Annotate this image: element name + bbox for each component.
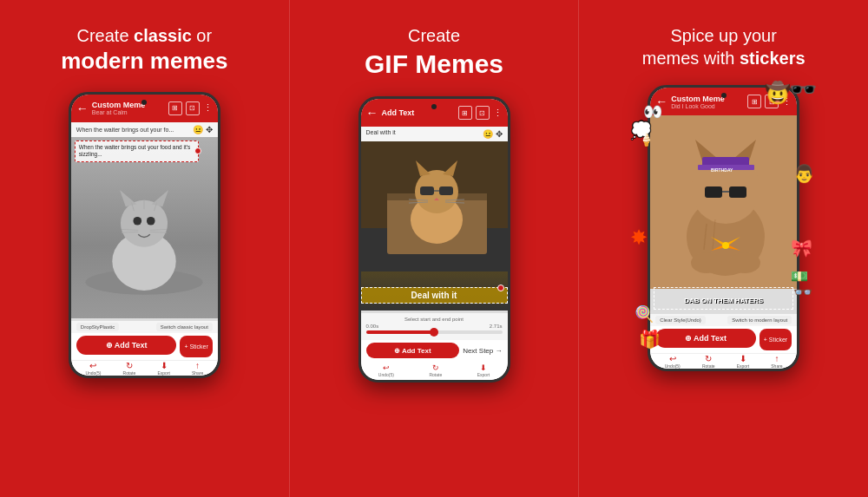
- gif-controls: Select start and end point 0.00s 2.71s: [361, 313, 508, 340]
- next-step-button[interactable]: Next Step →: [463, 347, 502, 355]
- phone-2-title-area: Add Text: [382, 108, 458, 117]
- export-nav-2[interactable]: ⬇Export: [477, 363, 490, 377]
- rotate-nav-2[interactable]: ↻Rotate: [429, 363, 442, 377]
- headline-2-create: Create: [408, 26, 460, 45]
- svg-point-6: [147, 217, 155, 226]
- headline-1: Create classic or modern memes: [61, 24, 227, 76]
- undo-nav-2[interactable]: ↩Undo(5): [378, 363, 394, 377]
- sticker-cat-svg: BIRTHDAY: [650, 115, 797, 289]
- top-text-bar: When the waiter brings out your fo... 😐 …: [71, 122, 218, 137]
- phone-1: ← Custom Meme Bear at Calm ⊞ ⊡ ⋮ W: [69, 92, 220, 378]
- face-icon-2: 😐: [483, 129, 493, 139]
- phone-2: ← Add Text ⊞ ⊡ ⋮ Deal with it: [358, 96, 510, 383]
- svg-rect-39: [729, 186, 746, 198]
- gif-add-text-label: ⊕ Add Text: [394, 347, 431, 355]
- move-icon: ✥: [206, 125, 213, 134]
- phone-2-screen: ← Add Text ⊞ ⊡ ⋮ Deal with it: [361, 99, 508, 380]
- more-icon-2: ⋮: [493, 108, 503, 119]
- phone-2-icons: ⊞ ⊡ ⋮: [458, 106, 503, 120]
- headline-3-part2: memes with stickers: [642, 49, 806, 68]
- gif-image-area: Deal with it: [361, 141, 508, 311]
- grid-icon-2: ⊞: [462, 109, 468, 117]
- gif-top-bar: Deal with it 😐 ✥: [361, 127, 508, 141]
- phone-3-meme-area: BIRTHDAY: [650, 115, 797, 314]
- panel-classic: Create classic or modern memes ← Custom …: [0, 0, 290, 497]
- headline-2: Create GIF Memes: [365, 24, 503, 81]
- export-nav-3[interactable]: ⬇Export: [737, 354, 749, 369]
- select-points-label: Select start and end point: [366, 317, 503, 322]
- crop-icon-2: ⊡: [479, 109, 485, 117]
- back-arrow-2: ←: [366, 106, 378, 120]
- share-nav-3[interactable]: ↑Share: [771, 354, 782, 369]
- phone-3-icon-1: ⊞: [747, 95, 761, 108]
- deal-with-it-label: Deal with it: [366, 129, 396, 139]
- clear-style-btn[interactable]: Clear Style(Undo): [655, 316, 706, 324]
- layout-buttons-3: Clear Style(Undo) Switch to modern layou…: [650, 314, 797, 326]
- time-start: 0.00s: [366, 324, 379, 329]
- grid-icon-3: ⊞: [752, 98, 758, 106]
- dab-label: DAB ON THEM HATERS: [684, 297, 763, 304]
- bowtie-sticker: 🎀: [791, 238, 812, 258]
- phone-1-icon-box-1: ⊞: [168, 101, 182, 115]
- hat-sticker: 🤠: [765, 81, 791, 105]
- svg-point-47: [729, 252, 760, 273]
- phone-2-meme-area: Deal with it 😐 ✥: [361, 127, 508, 313]
- undo-nav-1[interactable]: ↩Undo(5): [85, 361, 101, 376]
- panel-gif: Create GIF Memes ← Add Text ⊞ ⊡ ⋮: [290, 0, 580, 497]
- phone-1-topbar: ← Custom Meme Bear at Calm ⊞ ⊡ ⋮: [71, 95, 218, 122]
- share-nav-1[interactable]: ↑Share: [192, 361, 203, 376]
- meme-image-area: When the waiter brings out your food and…: [71, 137, 218, 318]
- gif-cat-bg: Deal with it: [361, 141, 508, 311]
- svg-rect-38: [705, 186, 722, 198]
- eyes-sticker: 👀: [643, 102, 662, 121]
- time-slider[interactable]: [366, 330, 503, 334]
- move-icon-2: ✥: [496, 129, 503, 139]
- phone-3-title-area: Custom Meme Did I Look Good: [671, 95, 747, 109]
- top-meme-text: When the waiter brings out your fo...: [76, 127, 174, 133]
- svg-rect-22: [420, 186, 434, 195]
- phone-1-subtitle: Bear at Calm: [92, 109, 168, 115]
- undo-nav-3[interactable]: ↩Undo(5): [665, 354, 681, 369]
- glasses-sticker: 👓: [793, 283, 812, 302]
- switch-layout-btn[interactable]: Switch classic layout: [156, 323, 213, 331]
- gift-sticker: 🎁: [639, 329, 661, 350]
- svg-text:BIRTHDAY: BIRTHDAY: [711, 167, 733, 173]
- gif-cat-svg: [361, 141, 508, 271]
- grid-icon: ⊞: [172, 104, 178, 112]
- switch-modern-btn[interactable]: Switch to modern layout: [727, 316, 792, 324]
- svg-point-46: [691, 252, 722, 273]
- deal-with-it-overlay: Deal with it: [361, 287, 508, 304]
- phone-notch-2: [431, 104, 437, 109]
- sticker-button-3[interactable]: + Sticker: [760, 329, 792, 350]
- add-text-label-1: ⊕ Add Text: [106, 341, 148, 350]
- mustache-sticker: 👨: [793, 163, 815, 184]
- dab-text-overlay: DAB ON THEM HATERS: [654, 287, 793, 310]
- headline-3: Spice up your memes with stickers: [642, 24, 806, 69]
- phone-2-topbar: ← Add Text ⊞ ⊡ ⋮: [361, 99, 508, 127]
- gif-bottom-row: ⊕ Add Text Next Step →: [361, 340, 508, 361]
- phone-2-title: Add Text: [382, 108, 458, 117]
- drag-handle-gif: [497, 284, 504, 291]
- phone-3-title: Custom Meme: [671, 95, 747, 103]
- phone-1-title: Custom Meme: [92, 101, 168, 109]
- phone-1-screen: ← Custom Meme Bear at Calm ⊞ ⊡ ⋮ W: [71, 95, 218, 376]
- starburst-sticker: ✸: [630, 226, 648, 250]
- sticker-button-1[interactable]: + Sticker: [180, 336, 212, 357]
- headline-1-text: Create classic or: [76, 26, 212, 45]
- export-nav-1[interactable]: ⬇Export: [157, 361, 169, 376]
- svg-point-5: [133, 217, 141, 226]
- rotate-nav-3[interactable]: ↻Rotate: [702, 354, 715, 369]
- add-text-button-1[interactable]: ⊕ Add Text: [76, 336, 177, 355]
- more-icon: ⋮: [203, 102, 213, 114]
- face-icon: 😐: [193, 125, 203, 134]
- add-text-button-3[interactable]: ⊕ Add Text: [655, 329, 756, 348]
- gif-add-text-button[interactable]: ⊕ Add Text: [366, 343, 460, 358]
- phone-2-icon-1: ⊞: [458, 106, 472, 120]
- rotate-nav-1[interactable]: ↻Rotate: [123, 361, 136, 376]
- phone-1-icon-box-2: ⊡: [186, 101, 200, 115]
- style-btn[interactable]: DropStyPlastic: [76, 323, 119, 331]
- headline-2-bold: GIF Memes: [365, 49, 503, 78]
- phone-1-icons: ⊞ ⊡ ⋮: [168, 101, 213, 115]
- svg-point-43: [722, 242, 729, 249]
- svg-rect-23: [439, 186, 453, 195]
